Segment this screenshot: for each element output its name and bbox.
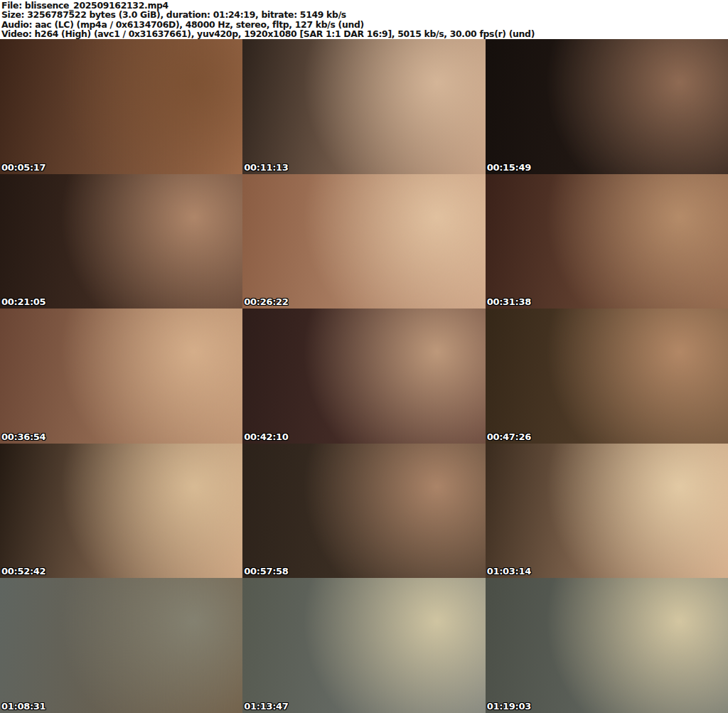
thumbnail-image (486, 39, 728, 174)
video-thumbnail: 01:03:14 (486, 444, 728, 579)
size-info-line: Size: 3256787522 bytes (3.0 GiB), durati… (1, 10, 728, 19)
video-thumbnail: 00:47:26 (486, 309, 728, 444)
timestamp-label: 01:19:03 (487, 701, 531, 712)
timestamp-label: 00:21:05 (1, 296, 46, 307)
thumbnail-image (486, 309, 728, 444)
thumbnail-image (0, 578, 242, 713)
video-thumbnail: 00:52:42 (0, 444, 242, 579)
thumbnail-image (242, 444, 485, 579)
video-thumbnail: 01:08:31 (0, 578, 242, 713)
thumbnail-image (0, 174, 242, 309)
thumbnail-image (242, 174, 485, 309)
thumbnail-image (242, 309, 485, 444)
file-info-line: File: blissence_202509162132.mp4 (1, 1, 728, 10)
timestamp-label: 01:08:31 (1, 701, 46, 712)
video-thumbnail: 00:31:38 (486, 174, 728, 309)
audio-info-line: Audio: aac (LC) (mp4a / 0x6134706D), 480… (1, 20, 728, 29)
timestamp-label: 00:11:13 (244, 162, 288, 173)
timestamp-label: 00:42:10 (244, 431, 288, 442)
thumbnail-image (486, 578, 728, 713)
video-thumbnail: 00:57:58 (242, 444, 485, 579)
thumbnail-image (0, 309, 242, 444)
timestamp-label: 00:36:54 (1, 431, 46, 442)
timestamp-label: 00:15:49 (487, 162, 531, 173)
thumbnail-grid: 00:05:17 00:11:13 00:15:49 00:21:05 00:2… (0, 39, 728, 713)
video-thumbnail: 00:15:49 (486, 39, 728, 174)
timestamp-label: 00:26:22 (244, 296, 288, 307)
video-thumbnail: 00:11:13 (242, 39, 485, 174)
video-thumbnail: 00:21:05 (0, 174, 242, 309)
thumbnail-image (0, 39, 242, 174)
thumbnail-image (242, 39, 485, 174)
timestamp-label: 00:31:38 (487, 296, 531, 307)
video-info-line: Video: h264 (High) (avc1 / 0x31637661), … (1, 29, 728, 38)
timestamp-label: 01:13:47 (244, 701, 288, 712)
video-thumbnail: 01:13:47 (242, 578, 485, 713)
timestamp-label: 00:05:17 (1, 162, 46, 173)
thumbnail-image (486, 444, 728, 579)
video-thumbnail: 00:36:54 (0, 309, 242, 444)
video-thumbnail: 00:05:17 (0, 39, 242, 174)
video-thumbnail: 00:42:10 (242, 309, 485, 444)
media-info-header: File: blissence_202509162132.mp4 Size: 3… (0, 0, 728, 39)
timestamp-label: 00:52:42 (1, 566, 46, 577)
timestamp-label: 00:47:26 (487, 431, 531, 442)
video-thumbnail: 00:26:22 (242, 174, 485, 309)
thumbnail-image (0, 444, 242, 579)
thumbnail-image (242, 578, 485, 713)
timestamp-label: 01:03:14 (487, 566, 531, 577)
video-thumbnail: 01:19:03 (486, 578, 728, 713)
timestamp-label: 00:57:58 (244, 566, 288, 577)
thumbnail-image (486, 174, 728, 309)
